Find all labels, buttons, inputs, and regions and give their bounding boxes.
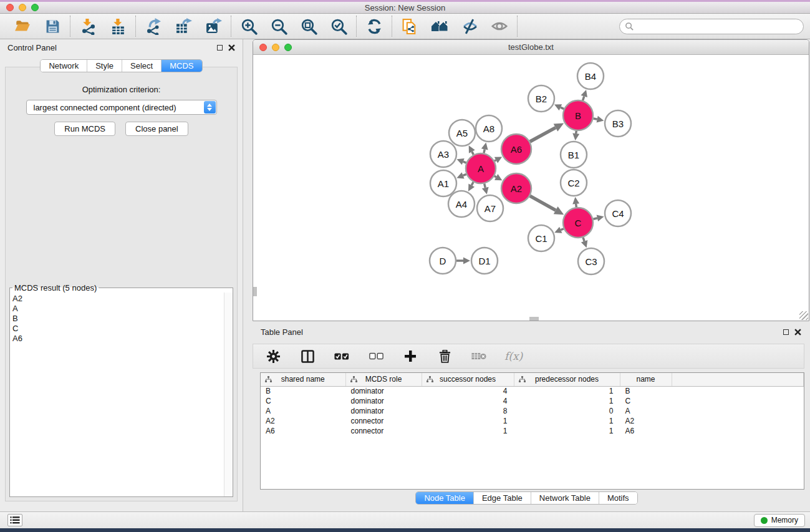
- graph-edge-C-C4[interactable]: [593, 215, 604, 221]
- task-history-button[interactable]: [7, 514, 22, 526]
- select-all-columns-button[interactable]: [333, 347, 350, 365]
- tab-network-table[interactable]: Network Table: [531, 492, 599, 504]
- graph-node-C1[interactable]: C1: [528, 225, 554, 251]
- table-row[interactable]: Cdominator41C: [261, 396, 804, 406]
- table-row[interactable]: Adominator80A: [261, 406, 804, 416]
- tab-motifs[interactable]: Motifs: [599, 492, 637, 504]
- graph-node-A2[interactable]: A2: [501, 173, 531, 203]
- show-column-button[interactable]: [299, 347, 316, 365]
- table-close-panel-icon[interactable]: [794, 329, 801, 336]
- table-row[interactable]: A2connector11A2: [261, 416, 804, 426]
- refresh-button[interactable]: [365, 17, 383, 35]
- graph-node-A7[interactable]: A7: [477, 195, 503, 221]
- graph-node-D[interactable]: D: [430, 248, 456, 274]
- column-header-successor-nodes[interactable]: successor nodes: [422, 373, 514, 386]
- graph-node-B2[interactable]: B2: [528, 85, 554, 112]
- table-float-panel-icon[interactable]: [783, 329, 789, 335]
- graph-node-C2[interactable]: C2: [561, 170, 587, 196]
- graph-node-A4[interactable]: A4: [448, 191, 475, 217]
- export-image-button[interactable]: [205, 17, 222, 35]
- graph-node-B1[interactable]: B1: [561, 142, 587, 168]
- create-column-button[interactable]: [402, 347, 419, 365]
- zoom-out-button[interactable]: [270, 17, 287, 35]
- node-table[interactable]: shared nameMCDS rolesuccessor nodesprede…: [260, 372, 804, 490]
- zoom-in-button[interactable]: [240, 17, 258, 35]
- import-table-button[interactable]: [109, 17, 127, 35]
- graph-edge-C-C3[interactable]: [581, 238, 587, 248]
- graph-node-C[interactable]: C: [563, 208, 593, 238]
- result-item-c[interactable]: C: [12, 324, 233, 334]
- column-header-predecessor-nodes[interactable]: predecessor nodes: [514, 373, 620, 386]
- graph-edge-A-A4[interactable]: [468, 182, 475, 191]
- table-row[interactable]: A6connector11A6: [261, 426, 804, 436]
- horizontal-scroll-thumb[interactable]: [529, 317, 539, 321]
- resize-grip[interactable]: [799, 311, 808, 320]
- graph-node-A8[interactable]: A8: [476, 115, 502, 142]
- graph-edge-A6-B[interactable]: [530, 123, 564, 142]
- criterion-dropdown[interactable]: largest connected component (directed): [26, 100, 217, 115]
- graph-node-B4[interactable]: B4: [577, 63, 604, 89]
- graph-edge-A2-C[interactable]: [530, 196, 564, 215]
- graph-edge-A-A7[interactable]: [482, 183, 489, 194]
- export-table-button[interactable]: [175, 17, 192, 35]
- hide-selected-button[interactable]: [461, 17, 478, 35]
- graph-node-A6[interactable]: A6: [501, 134, 531, 164]
- graph-edge-A-A8[interactable]: [481, 143, 488, 153]
- graph-edge-A-A1[interactable]: [456, 172, 466, 178]
- graph-edge-B-B4[interactable]: [581, 90, 587, 100]
- column-header-name[interactable]: name: [620, 373, 672, 386]
- graph-edge-A-A3[interactable]: [456, 158, 466, 165]
- result-item-a[interactable]: A: [12, 304, 233, 314]
- function-builder-button[interactable]: f(x): [504, 350, 523, 362]
- graph-edge-A-A5[interactable]: [469, 145, 475, 155]
- float-panel-icon[interactable]: [217, 45, 223, 51]
- table-row[interactable]: Bdominator41B: [261, 386, 804, 396]
- delete-table-button[interactable]: [470, 347, 488, 365]
- open-session-button[interactable]: [14, 17, 31, 35]
- result-item-b[interactable]: B: [12, 314, 233, 324]
- graph-node-B[interactable]: B: [563, 100, 593, 130]
- graph-node-A1[interactable]: A1: [430, 170, 456, 196]
- delete-column-button[interactable]: [436, 347, 453, 365]
- vertical-scroll-thumb[interactable]: [253, 287, 257, 296]
- graph-node-A3[interactable]: A3: [430, 141, 456, 167]
- tab-node-table[interactable]: Node Table: [416, 492, 473, 504]
- result-item-a6[interactable]: A6: [12, 334, 233, 344]
- first-neighbors-button[interactable]: [431, 17, 448, 35]
- zoom-selected-button[interactable]: [330, 17, 347, 35]
- new-network-from-selection-button[interactable]: [401, 17, 418, 35]
- graph-edge-B-B1[interactable]: [572, 131, 579, 140]
- graph-edge-B-B3[interactable]: [593, 116, 604, 123]
- run-mcds-button[interactable]: Run MCDS: [54, 122, 115, 136]
- column-header-shared-name[interactable]: shared name: [261, 373, 345, 386]
- column-header-mcds-role[interactable]: MCDS role: [345, 373, 422, 386]
- graph-node-A[interactable]: A: [466, 153, 496, 183]
- result-scrollbar[interactable]: [224, 293, 233, 496]
- zoom-fit-button[interactable]: [300, 17, 317, 35]
- graph-edge-C-C2[interactable]: [572, 197, 579, 207]
- graph-node-D1[interactable]: D1: [471, 248, 498, 274]
- save-session-button[interactable]: [44, 17, 61, 35]
- graph-node-C4[interactable]: C4: [605, 200, 631, 226]
- graph-edge-C-C1[interactable]: [554, 227, 564, 233]
- close-panel-icon[interactable]: [228, 44, 235, 51]
- close-panel-button[interactable]: Close panel: [125, 122, 188, 136]
- table-settings-button[interactable]: [264, 347, 282, 365]
- result-item-a2[interactable]: A2: [12, 294, 233, 304]
- graph-edge-A-A2[interactable]: [494, 174, 503, 180]
- show-all-button[interactable]: [491, 17, 508, 35]
- graph-edge-D-D1[interactable]: [456, 258, 470, 264]
- graph-edge-B-B2[interactable]: [554, 104, 564, 110]
- tab-edge-table[interactable]: Edge Table: [473, 492, 531, 504]
- import-network-button[interactable]: [79, 17, 97, 35]
- graph-node-B3[interactable]: B3: [605, 110, 631, 137]
- graph-node-C3[interactable]: C3: [578, 248, 604, 274]
- export-network-button[interactable]: [145, 17, 162, 35]
- graph-node-A5[interactable]: A5: [449, 120, 475, 146]
- memory-button[interactable]: Memory: [754, 514, 805, 527]
- tab-select[interactable]: Select: [122, 60, 161, 72]
- tab-mcds[interactable]: MCDS: [161, 60, 201, 72]
- search-input[interactable]: [619, 19, 804, 34]
- tab-network[interactable]: Network: [41, 60, 87, 72]
- network-canvas[interactable]: AA1A3A4A5A7A8A6A2BB1B2B3B4CC1C2C3C4DD1: [253, 55, 809, 321]
